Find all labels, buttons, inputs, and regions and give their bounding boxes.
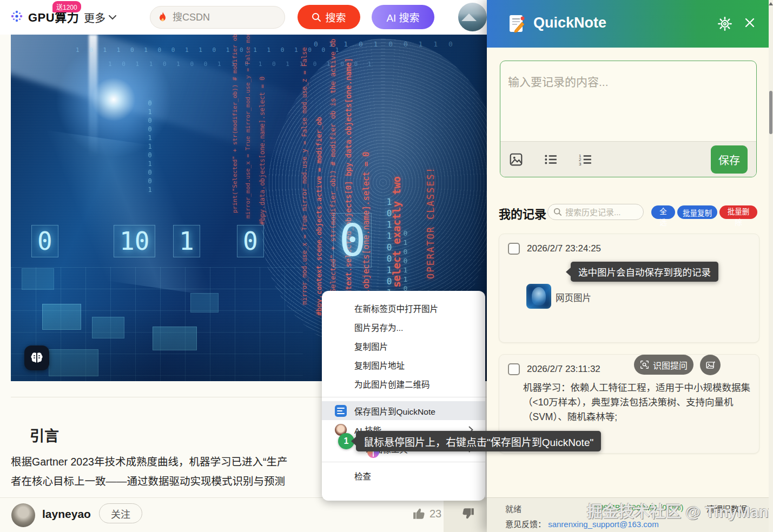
article-heading: 引言 (30, 424, 59, 445)
record-date: 2026/2/7 23:24:25 (527, 243, 601, 254)
scrollbar-thumb[interactable] (769, 91, 772, 134)
quicknote-header: QuickNote (487, 0, 769, 48)
menu-item-copy-image[interactable]: 复制图片 (322, 336, 485, 355)
menu-item-save-to-quicknote[interactable]: 保存图片到QuickNote (322, 401, 485, 420)
flame-icon (158, 11, 168, 23)
brain-icon (30, 351, 44, 364)
site-logo[interactable]: GPU算力 送1200 (10, 8, 79, 25)
menu-item-copy-image-address[interactable]: 复制图片地址 (322, 355, 485, 374)
records-title: 我的记录 (499, 204, 546, 222)
record-item: 2026/2/7 23:24:25 网页图片 (499, 234, 759, 343)
bullet-list-icon[interactable] (544, 152, 558, 167)
panel-status-bar: 就绪 0.09MB / 2000MB (0.0%) 清理旧数据 意见反馈： sa… (487, 497, 769, 532)
save-note-button[interactable]: 保存 (711, 145, 748, 174)
tutorial-step-1-tooltip: 鼠标悬停图片上，右键点击"保存图片到QuickNote" (356, 431, 601, 451)
feedback-row: 意见反馈： sanrenxing_support@163.com (505, 518, 659, 529)
record-checkbox[interactable] (508, 363, 520, 375)
insert-image-icon[interactable] (509, 152, 523, 167)
record-text: 机器学习：依赖人工特征工程，适用于中小规模数据集（<10万样本），典型算法包括决… (523, 381, 754, 424)
thumbs-down-icon (461, 507, 475, 521)
menu-separator (322, 462, 485, 462)
more-label: 更多 (84, 10, 105, 25)
settings-gear-icon[interactable] (717, 16, 732, 31)
ai-tool-overlay-button[interactable] (24, 345, 49, 370)
promo-badge: 送1200 (52, 1, 81, 12)
record-date: 2026/2/7 23:11:32 (527, 364, 600, 375)
batch-delete-button[interactable]: 批量删除 (719, 205, 757, 219)
menu-item-save-image-as[interactable]: 图片另存为... (322, 317, 485, 336)
feedback-email-link[interactable]: sanrenxing_support@163.com (548, 520, 659, 529)
follow-button[interactable]: 关注 (99, 503, 142, 523)
quicknote-logo-icon (507, 14, 527, 34)
menu-separator (322, 397, 485, 397)
author-bar: layneyao 关注 23 (0, 497, 487, 532)
search-icon (553, 208, 562, 216)
site-search-input[interactable] (173, 12, 265, 23)
menu-item-inspect[interactable]: 检查 (322, 466, 485, 485)
search-button-label: 搜索 (325, 10, 346, 24)
scan-image-icon (640, 360, 649, 369)
quicknote-title: QuickNote (533, 15, 606, 31)
menu-item-open-image-new-tab[interactable]: 在新标签页中打开图片 (322, 298, 485, 317)
panel-scrollbar[interactable] (769, 0, 773, 532)
svg-text:3: 3 (579, 161, 582, 166)
search-icon (312, 12, 321, 22)
site-topbar: GPU算力 送1200 更多 搜索 AI 搜索 (0, 0, 487, 35)
note-editor-card: 1 2 3 保存 (500, 61, 757, 177)
records-header: 我的记录 全选 批量复制 批量删除 (487, 203, 769, 222)
clean-old-data-link[interactable]: 清理旧数据 (706, 503, 747, 514)
ai-search-label: AI 搜索 (386, 10, 419, 24)
like-count: 23 (430, 508, 441, 520)
more-menu[interactable]: 更多 (84, 10, 116, 25)
records-search-input[interactable] (565, 208, 636, 217)
status-ready: 就绪 (505, 503, 521, 514)
author-name: layneyao (42, 508, 91, 521)
feedback-label: 意见反馈： (505, 520, 546, 529)
dislike-button[interactable] (461, 507, 475, 523)
quicknote-panel: QuickNote (487, 0, 769, 532)
image-context-menu: 在新标签页中打开图片 图片另存为... 复制图片 复制图片地址 为此图片创建二维… (322, 291, 485, 501)
thumbs-up-icon (412, 507, 426, 521)
record-image-label: 网页图片 (556, 291, 591, 304)
ask-about-image-button[interactable]: 识图提问 (634, 355, 693, 375)
quicknote-doc-icon (335, 405, 347, 417)
site-search-box[interactable] (150, 6, 285, 29)
batch-copy-button[interactable]: 批量复制 (677, 205, 717, 219)
records-search-box[interactable] (547, 204, 644, 220)
screen: GPU算力 送1200 更多 搜索 AI 搜索 (0, 0, 773, 532)
ai-search-button[interactable]: AI 搜索 (372, 5, 434, 29)
author-avatar[interactable] (11, 503, 35, 527)
record-image-thumbnail[interactable] (526, 284, 551, 309)
csdn-logo-icon (10, 9, 24, 23)
tutorial-step-2-tooltip: 选中图片会自动保存到我的记录 (571, 262, 718, 282)
menu-item-create-qrcode[interactable]: 为此图片创建二维码 (322, 374, 485, 393)
numbered-list-icon[interactable]: 1 2 3 (578, 152, 592, 167)
image-plus-icon (705, 360, 716, 370)
select-all-button[interactable]: 全选 (651, 205, 675, 219)
note-input[interactable] (500, 61, 756, 142)
search-button[interactable]: 搜索 (298, 5, 360, 29)
like-button[interactable]: 23 (412, 507, 441, 521)
image-export-button[interactable] (700, 355, 721, 375)
chevron-down-icon (109, 15, 116, 20)
scrollbar-arrow (769, 2, 773, 5)
close-icon (744, 17, 755, 28)
note-toolbar: 1 2 3 保存 (500, 141, 756, 177)
close-panel-button[interactable] (742, 15, 757, 30)
record-checkbox[interactable] (508, 243, 520, 255)
user-avatar[interactable] (458, 3, 487, 31)
status-memory: 0.09MB / 2000MB (0.0%) (592, 503, 683, 512)
